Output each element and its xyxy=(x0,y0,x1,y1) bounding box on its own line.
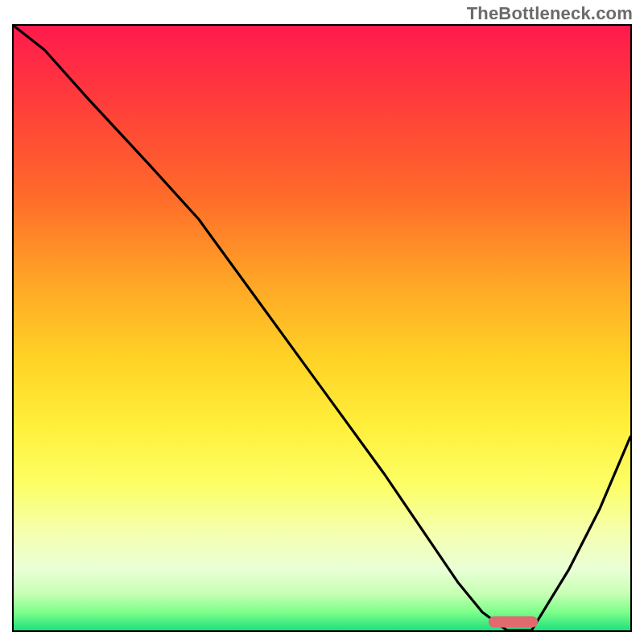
chart-frame xyxy=(12,24,632,632)
optimal-range-pill xyxy=(489,617,538,628)
watermark-text: TheBottleneck.com xyxy=(467,3,633,24)
chart-svg xyxy=(14,26,630,630)
bottleneck-curve-line xyxy=(14,26,630,630)
